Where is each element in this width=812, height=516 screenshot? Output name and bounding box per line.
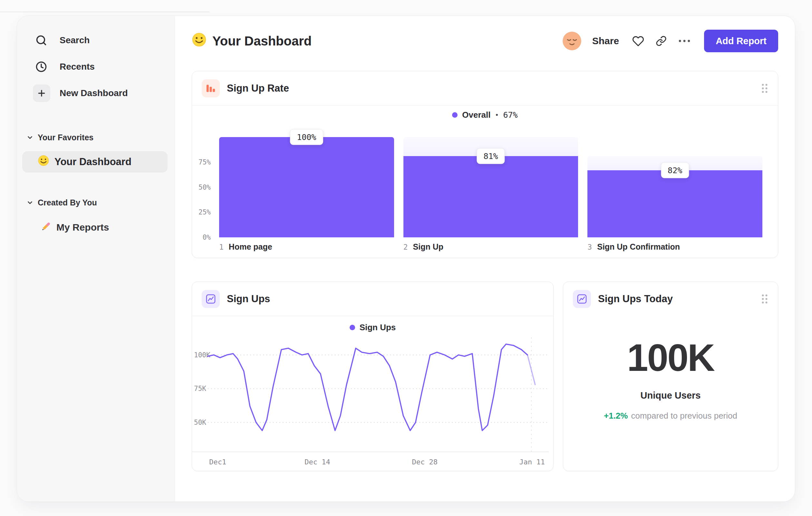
x-axis-tick: Dec 14 — [304, 458, 330, 466]
sidebar-item-new-dashboard[interactable]: New Dashboard — [17, 84, 175, 102]
funnel-step-label: 1Home page — [219, 242, 394, 251]
big-number-label: Unique Users — [563, 390, 778, 401]
sidebar-item-label: New Dashboard — [60, 88, 128, 98]
line-legend[interactable]: Sign Ups — [192, 323, 553, 332]
legend-separator: • — [496, 111, 498, 119]
clock-icon — [35, 61, 47, 73]
section-your-favorites: Your Favorites Your Dashboard — [17, 132, 175, 172]
card-title: Sign Ups Today — [598, 293, 673, 305]
section-label: Your Favorites — [38, 133, 93, 142]
drag-handle-icon[interactable] — [761, 83, 768, 93]
line-chart-area: 100K75K50K Dec1Dec 14Dec 28Jan 11 — [192, 336, 549, 466]
share-button[interactable]: Share — [592, 35, 619, 47]
sidebar-item-label: Recents — [60, 62, 95, 72]
big-number-delta: +1.2%compared to previous period — [563, 411, 778, 421]
delta-note: compared to previous period — [631, 411, 737, 420]
sidebar-item-label: Search — [60, 35, 90, 46]
chevron-down-icon — [26, 134, 34, 141]
funnel-legend[interactable]: Overall • 67% — [192, 110, 778, 120]
smiley-emoji-icon — [38, 155, 49, 169]
funnel-step-label: 3Sign Up Confirmation — [587, 242, 762, 251]
funnel-x-labels: 1Home page2Sign Up3Sign Up Confirmation — [219, 242, 762, 251]
sidebar-item-search[interactable]: Search — [17, 31, 175, 49]
chevron-down-icon — [26, 199, 34, 207]
app-window: Search Recents New Dashboard Your Favori… — [17, 16, 795, 502]
card-title: Sign Up Rate — [227, 83, 289, 94]
funnel-bar[interactable]: 82% — [587, 137, 762, 237]
smiley-emoji-icon — [192, 32, 207, 50]
add-report-button[interactable]: Add Report — [704, 30, 778, 52]
search-icon — [35, 34, 47, 47]
more-options-icon[interactable] — [678, 35, 691, 47]
heart-icon[interactable] — [632, 35, 644, 47]
y-axis-tick: 75% — [199, 158, 211, 166]
x-axis-tick: Dec1 — [209, 458, 226, 466]
sidebar-item-your-dashboard[interactable]: Your Dashboard — [22, 151, 168, 172]
pencil-emoji-icon — [40, 221, 51, 234]
big-number-value: 100K — [563, 338, 778, 377]
line-plot[interactable]: 100K75K50K — [192, 336, 549, 452]
funnel-chart-icon — [202, 79, 220, 98]
conversion-badge: 100% — [290, 129, 323, 145]
section-created-by-you: Created By You My Reports — [17, 197, 175, 235]
link-icon[interactable] — [655, 35, 667, 47]
legend-dot — [452, 112, 458, 118]
funnel-bar[interactable]: 81% — [403, 137, 578, 237]
line-x-labels: Dec1Dec 14Dec 28Jan 11 — [192, 456, 549, 466]
sidebar-item-label: Your Dashboard — [54, 156, 132, 168]
y-axis-tick: 25% — [199, 208, 211, 216]
conversion-badge: 81% — [476, 148, 504, 164]
legend-series: Sign Ups — [359, 323, 396, 332]
funnel-step-label: 2Sign Up — [403, 242, 578, 251]
sidebar-item-recents[interactable]: Recents — [17, 58, 175, 76]
sidebar-item-my-reports[interactable]: My Reports — [22, 220, 168, 235]
funnel-y-axis: 75%50%25%0% — [192, 137, 211, 237]
legend-dot — [350, 325, 355, 330]
conversion-badge: 82% — [661, 162, 689, 178]
header-controls: Share Add Report — [562, 30, 778, 52]
sidebar-item-label: My Reports — [56, 222, 109, 233]
funnel-columns: 100%81%82% — [219, 137, 762, 237]
x-axis-tick: Jan 11 — [519, 458, 545, 466]
card-header: Sign Ups — [192, 282, 553, 316]
card-title: Sign Ups — [227, 293, 270, 305]
section-label: Created By You — [38, 198, 97, 207]
card-sign-up-rate: Sign Up Rate Overall • 67% 75%50%25%0% 1… — [192, 71, 778, 258]
delta-percent: +1.2% — [604, 411, 628, 420]
line-chart-icon — [202, 290, 220, 308]
y-axis-tick: 0% — [203, 234, 211, 241]
y-axis-tick: 50% — [199, 184, 211, 191]
line-chart-icon — [573, 290, 591, 308]
main-content: Your Dashboard Share Add Report — [175, 16, 795, 501]
card-sign-ups: Sign Ups Sign Ups 100K75K50K Dec1Dec 14D… — [192, 281, 554, 471]
legend-value: 67% — [503, 110, 518, 120]
page-title: Your Dashboard — [192, 32, 312, 50]
card-sign-ups-today: Sign Ups Today 100K Unique Users +1.2%co… — [563, 281, 778, 471]
avatar[interactable] — [562, 32, 581, 50]
x-axis-tick: Dec 28 — [412, 458, 437, 466]
drag-handle-icon[interactable] — [761, 294, 768, 304]
section-header-your-favorites[interactable]: Your Favorites — [17, 132, 175, 143]
cards-row: Sign Ups Sign Ups 100K75K50K Dec1Dec 14D… — [192, 281, 778, 471]
window-edge-line — [0, 11, 209, 12]
card-header: Sign Up Rate — [192, 71, 778, 105]
dashboard-header: Your Dashboard Share Add Report — [192, 29, 778, 53]
section-header-created-by-you[interactable]: Created By You — [17, 197, 175, 208]
funnel-bar[interactable]: 100% — [219, 137, 394, 237]
plus-icon — [33, 84, 50, 102]
sidebar: Search Recents New Dashboard Your Favori… — [17, 16, 175, 501]
legend-series: Overall — [462, 110, 490, 120]
card-header: Sign Ups Today — [563, 282, 778, 316]
